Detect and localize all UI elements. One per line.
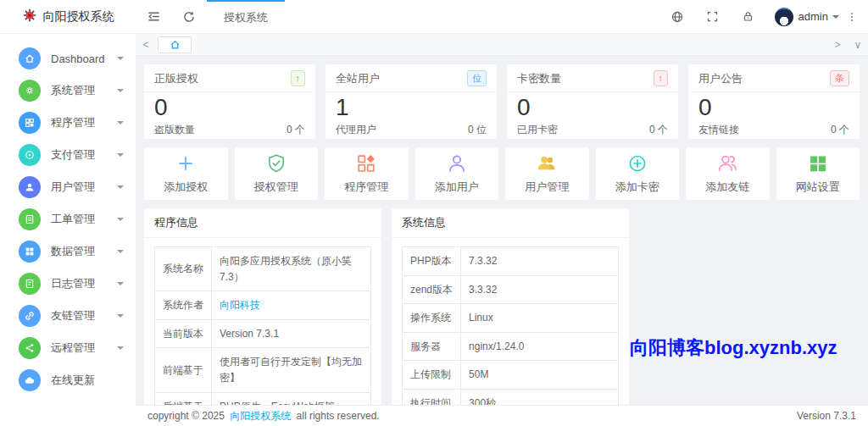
sidebar-item-payment-management[interactable]: 支付管理 bbox=[0, 139, 136, 171]
ticket-icon bbox=[19, 208, 41, 230]
chevron-down-icon bbox=[117, 282, 124, 289]
sidebar-item-log-management[interactable]: 日志管理 bbox=[0, 268, 136, 300]
user-avatar[interactable] bbox=[775, 8, 793, 26]
table-row: PHP版本7.3.32 bbox=[403, 247, 619, 276]
stat-card-card-keys: 卡密数量↑ 0 已用卡密0 个 bbox=[507, 64, 678, 139]
breadcrumb-tabstrip: < > ∨ bbox=[136, 34, 868, 56]
user-menu-caret-icon[interactable] bbox=[832, 15, 839, 22]
quick-action-add-auth[interactable]: 添加授权 bbox=[144, 147, 228, 200]
username[interactable]: admin bbox=[798, 10, 828, 23]
sidebar-item-remote-management[interactable]: 远程管理 bbox=[0, 332, 136, 364]
quick-action-auth-management[interactable]: 授权管理 bbox=[235, 147, 319, 200]
up-arrow-badge: ↑ bbox=[291, 70, 306, 86]
stat-card-user-notice: 用户公告条 0 友情链接0 个 bbox=[688, 64, 860, 139]
quick-action-add-friendlink[interactable]: 添加友链 bbox=[686, 147, 770, 200]
tab-home[interactable] bbox=[158, 36, 192, 53]
chevron-down-icon bbox=[117, 185, 124, 192]
quick-action-add-card-key[interactable]: 添加卡密 bbox=[596, 147, 680, 200]
fullscreen-icon[interactable] bbox=[695, 0, 731, 34]
stat-cards-row: 正版授权↑ 0 盗版数量0 个 全站用户位 1 代理用户0 位 卡密数量↑ 0 … bbox=[144, 64, 860, 139]
quick-action-label: 添加友链 bbox=[705, 180, 749, 195]
chevron-down-icon bbox=[117, 314, 124, 321]
sidebar-item-ticket-management[interactable]: 工单管理 bbox=[0, 203, 136, 235]
info-panels-row: 程序信息 系统名称向阳多应用授权系统（原小笑7.3） 系统作者向阳科技 当前版本… bbox=[144, 208, 860, 405]
app-logo-icon bbox=[22, 8, 37, 26]
shield-check-icon bbox=[265, 152, 287, 178]
sidebar-item-system-management[interactable]: 系统管理 bbox=[0, 75, 136, 107]
sidebar-item-dashboard[interactable]: Dashboard bbox=[0, 42, 136, 75]
stat-footer-value: 0 个 bbox=[649, 123, 668, 137]
stat-title: 正版授权 bbox=[154, 71, 198, 86]
quick-action-label: 添加卡密 bbox=[615, 180, 659, 195]
author-link[interactable]: 向阳科技 bbox=[220, 299, 260, 311]
sidebar-item-data-management[interactable]: 数据管理 bbox=[0, 235, 136, 268]
collapse-sidebar-icon[interactable] bbox=[136, 0, 171, 34]
program-info-table: 系统名称向阳多应用授权系统（原小笑7.3） 系统作者向阳科技 当前版本Versi… bbox=[154, 246, 371, 405]
users-icon bbox=[536, 152, 558, 178]
cloud-icon bbox=[19, 369, 41, 391]
quick-action-label: 用户管理 bbox=[525, 180, 569, 195]
plus-icon bbox=[175, 152, 197, 178]
quick-action-label: 添加用户 bbox=[435, 180, 479, 195]
app-logo-area[interactable]: 向阳授权系统 bbox=[0, 0, 136, 34]
program-info-panel: 程序信息 系统名称向阳多应用授权系统（原小笑7.3） 系统作者向阳科技 当前版本… bbox=[144, 208, 381, 405]
stat-footer-value: 0 个 bbox=[831, 123, 849, 137]
table-row: 系统作者向阳科技 bbox=[155, 291, 371, 320]
table-row: 后端基于PHP原生，EasyWeb框架 bbox=[155, 392, 371, 405]
sidebar-item-program-management[interactable]: 程序管理 bbox=[0, 107, 136, 139]
unit-badge: 位 bbox=[467, 70, 487, 86]
home-icon bbox=[170, 40, 181, 50]
user-icon bbox=[19, 176, 41, 198]
stat-title: 全站用户 bbox=[336, 71, 380, 86]
copyright-prefix: copyright © 2025 bbox=[147, 410, 225, 422]
tabs-scroll-left-icon[interactable]: < bbox=[136, 39, 156, 51]
sidebar-item-label: 友链管理 bbox=[51, 308, 117, 324]
tabs-menu-icon[interactable]: ∨ bbox=[848, 39, 868, 51]
panel-title: 系统信息 bbox=[392, 208, 629, 238]
stat-value: 0 bbox=[144, 92, 315, 122]
table-row: zend版本3.3.32 bbox=[403, 275, 619, 304]
tab-authorization-system[interactable]: 授权系统 bbox=[207, 0, 285, 34]
sidebar-item-label: 远程管理 bbox=[51, 340, 117, 356]
stat-value: 0 bbox=[688, 92, 860, 122]
globe-icon[interactable] bbox=[659, 0, 695, 34]
up-arrow-badge: ↑ bbox=[654, 70, 669, 86]
sidebar-item-online-update[interactable]: 在线更新 bbox=[0, 364, 136, 396]
refresh-icon[interactable] bbox=[171, 0, 207, 34]
share-icon bbox=[19, 337, 41, 359]
chevron-down-icon bbox=[117, 57, 124, 64]
unit-badge: 条 bbox=[830, 70, 849, 86]
circle-plus-icon bbox=[626, 152, 648, 178]
system-info-panel: 系统信息 PHP版本7.3.32 zend版本3.3.32 操作系统Linux … bbox=[392, 208, 629, 405]
tabs-scroll-right-icon[interactable]: > bbox=[827, 39, 848, 51]
home-icon bbox=[19, 47, 41, 69]
quick-action-program-management[interactable]: 程序管理 bbox=[325, 147, 409, 200]
chevron-down-icon bbox=[117, 121, 124, 128]
sidebar-item-friendlink-management[interactable]: 友链管理 bbox=[0, 300, 136, 332]
table-row: 前端基于使用者可自行开发定制【均无加密】 bbox=[155, 348, 371, 392]
sidebar-item-user-management[interactable]: 用户管理 bbox=[0, 171, 136, 203]
kebab-menu-icon[interactable] bbox=[839, 0, 865, 34]
stat-title: 卡密数量 bbox=[517, 71, 561, 86]
quick-action-add-user[interactable]: 添加用户 bbox=[415, 147, 499, 200]
link-icon bbox=[19, 305, 41, 327]
sidebar-item-label: 支付管理 bbox=[51, 147, 117, 163]
stat-card-site-users: 全站用户位 1 代理用户0 位 bbox=[326, 64, 497, 139]
quick-action-label: 授权管理 bbox=[254, 180, 298, 195]
system-info-table: PHP版本7.3.32 zend版本3.3.32 操作系统Linux 服务器ng… bbox=[402, 246, 619, 405]
windows-grid-icon bbox=[807, 152, 829, 178]
quick-action-label: 程序管理 bbox=[344, 180, 388, 195]
quick-action-user-management[interactable]: 用户管理 bbox=[505, 147, 589, 200]
quick-action-label: 添加授权 bbox=[164, 180, 208, 195]
stat-footer-label: 已用卡密 bbox=[517, 123, 558, 137]
topbar: 向阳授权系统 授权系统 admin bbox=[0, 0, 868, 34]
table-row: 执行时间300秒 bbox=[403, 389, 619, 405]
stat-footer-value: 0 个 bbox=[287, 123, 305, 137]
sidebar-item-label: 日志管理 bbox=[51, 276, 117, 291]
chevron-down-icon bbox=[117, 250, 124, 257]
table-row: 当前版本Version 7.3.1 bbox=[155, 319, 371, 348]
footer-brand-link[interactable]: 向阳授权系统 bbox=[230, 410, 291, 422]
lock-icon[interactable] bbox=[731, 0, 766, 34]
sidebar-item-label: 系统管理 bbox=[51, 83, 117, 98]
quick-action-site-settings[interactable]: 网站设置 bbox=[776, 147, 860, 200]
